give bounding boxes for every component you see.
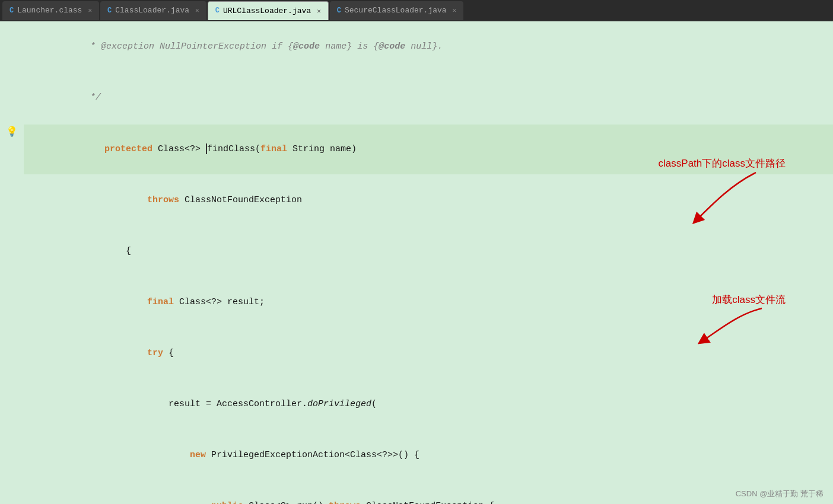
code-line-8: result = AccessController.doPrivileged( xyxy=(0,379,833,430)
code-line-3: 💡 protected Class<?> findClass(final Str… xyxy=(0,123,833,175)
line-code-6[interactable]: final Class<?> result; xyxy=(24,277,833,327)
line-code-10[interactable]: public Class<?> run() throws ClassNotFou… xyxy=(24,481,833,504)
tab-secureclassloader[interactable]: C SecureClassLoader.java ✕ xyxy=(330,1,463,20)
tab-urlclassloader-icon: C xyxy=(215,7,220,15)
tab-urlclassloader-label: URLClassLoader.java xyxy=(223,7,311,15)
line-code-5[interactable]: { xyxy=(24,227,833,276)
code-line-2: */ xyxy=(0,72,833,123)
code-line-6: final Class<?> result; xyxy=(0,277,833,328)
line-code-1[interactable]: * @exception NullPointerException if {@c… xyxy=(24,22,833,72)
line-code-4[interactable]: throws ClassNotFoundException xyxy=(24,176,833,225)
code-content: * @exception NullPointerException if {@c… xyxy=(0,21,833,504)
line-code-3[interactable]: protected Class<?> findClass(final Strin… xyxy=(24,125,833,174)
tab-classloader-close[interactable]: ✕ xyxy=(195,7,199,14)
code-line-4: throws ClassNotFoundException xyxy=(0,175,833,226)
tab-secureclassloader-icon: C xyxy=(337,7,341,15)
tab-classloader-icon: C xyxy=(107,7,112,15)
line-code-7[interactable]: try { xyxy=(24,328,833,378)
gutter-3: 💡 xyxy=(0,124,24,141)
tab-classloader-label: ClassLoader.java xyxy=(115,6,189,15)
tab-launcher[interactable]: C Launcher.class ✕ xyxy=(2,1,99,20)
tab-bar: C Launcher.class ✕ C ClassLoader.java ✕ … xyxy=(0,0,833,21)
line-code-2[interactable]: */ xyxy=(24,73,833,123)
line-code-9[interactable]: new PrivilegedExceptionAction<Class<?>>(… xyxy=(24,430,833,480)
code-line-7: try { xyxy=(0,328,833,379)
code-line-10: public Class<?> run() throws ClassNotFou… xyxy=(0,481,833,504)
tab-secureclassloader-label: SecureClassLoader.java xyxy=(345,6,447,15)
tab-launcher-label: Launcher.class xyxy=(17,6,82,15)
tab-urlclassloader[interactable]: C URLClassLoader.java ✕ xyxy=(208,1,329,20)
tab-classloader[interactable]: C ClassLoader.java ✕ xyxy=(100,1,206,20)
code-line-1: * @exception NullPointerException if {@c… xyxy=(0,21,833,72)
bulb-icon: 💡 xyxy=(6,124,18,141)
line-code-8[interactable]: result = AccessController.doPrivileged( xyxy=(24,379,833,429)
tab-secureclassloader-close[interactable]: ✕ xyxy=(453,7,457,14)
code-area: * @exception NullPointerException if {@c… xyxy=(0,21,833,504)
watermark: CSDN @业精于勤 荒于稀 xyxy=(736,489,824,499)
tab-launcher-close[interactable]: ✕ xyxy=(88,7,92,14)
code-line-9: new PrivilegedExceptionAction<Class<?>>(… xyxy=(0,430,833,481)
tab-urlclassloader-close[interactable]: ✕ xyxy=(317,7,321,15)
tab-launcher-icon: C xyxy=(9,7,14,15)
code-line-5: { xyxy=(0,226,833,277)
